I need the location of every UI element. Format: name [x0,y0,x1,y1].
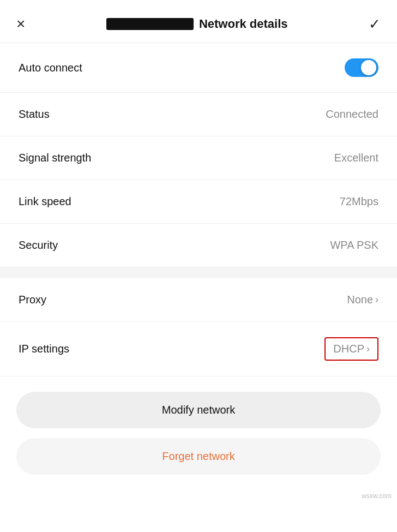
signal-strength-value: Excellent [334,152,378,164]
proxy-value: None › [347,294,378,306]
auto-connect-label: Auto connect [19,62,82,74]
link-speed-value: 72Mbps [340,195,378,208]
toggle-track [345,58,378,77]
security-row: Security WPA PSK [0,224,397,267]
status-row: Status Connected [0,93,397,136]
watermark: wsxw.com [362,490,397,504]
auto-connect-row: Auto connect [0,43,397,93]
ip-settings-value: DHCP [333,343,364,355]
proxy-label: Proxy [19,294,46,306]
buttons-area: Modify network Forget network [0,376,397,490]
proxy-arrow-icon: › [375,294,378,306]
ip-settings-arrow-icon: › [366,343,370,355]
network-name-redacted [106,18,194,30]
link-speed-row: Link speed 72Mbps [0,180,397,224]
toggle-thumb [361,60,376,75]
ip-settings-row[interactable]: IP settings DHCP › [0,322,397,376]
header: × Network details ✓ [0,0,397,43]
page-title: Network details [199,17,288,31]
confirm-button[interactable]: ✓ [369,16,381,33]
section-divider [0,267,397,278]
proxy-row[interactable]: Proxy None › [0,278,397,322]
status-label: Status [19,108,50,121]
modify-network-button[interactable]: Modify network [16,392,381,428]
status-value: Connected [326,108,378,121]
signal-strength-row: Signal strength Excellent [0,136,397,180]
security-value: WPA PSK [330,239,378,252]
link-speed-label: Link speed [19,195,71,208]
security-label: Security [19,239,58,252]
auto-connect-toggle[interactable] [345,58,378,77]
ip-settings-value-box[interactable]: DHCP › [324,337,378,361]
close-button[interactable]: × [16,15,25,33]
header-center: Network details [25,17,369,31]
signal-strength-label: Signal strength [19,152,91,164]
forget-network-button[interactable]: Forget network [16,438,381,475]
ip-settings-label: IP settings [19,343,69,355]
